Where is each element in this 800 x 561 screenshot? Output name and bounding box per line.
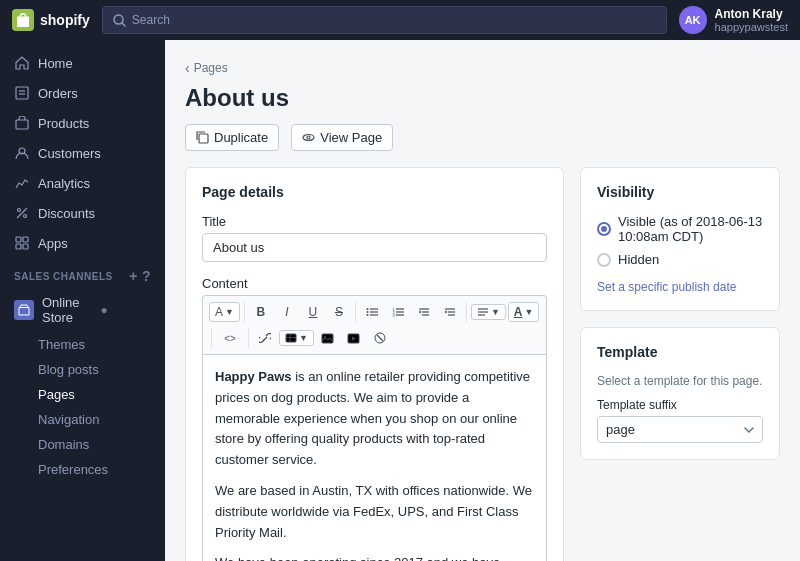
themes-label: Themes [38,337,85,352]
sidebar-item-products[interactable]: Products [0,108,165,138]
discounts-icon [14,205,30,221]
bold-button[interactable]: B [249,300,273,324]
color-dropdown[interactable]: A ▼ [508,302,540,322]
editor-content[interactable]: Happy Paws is an online retailer providi… [202,354,547,561]
main-layout: Home Orders Products [0,40,800,561]
pages-label: Pages [38,387,75,402]
template-description: Select a template for this page. [597,374,763,388]
sidebar-item-customers[interactable]: Customers [0,138,165,168]
title-field-group: Title [202,214,547,262]
svg-point-7 [18,209,21,212]
search-icon [113,14,126,27]
view-page-label: View Page [320,130,382,145]
title-input[interactable] [202,233,547,262]
strikethrough-button[interactable]: S [327,300,351,324]
sidebar-item-blog-posts[interactable]: Blog posts [0,357,165,382]
add-sales-channel-icon[interactable]: + [129,268,138,284]
sidebar-item-online-store[interactable]: Online Store ● [0,288,165,332]
sidebar-item-analytics[interactable]: Analytics [0,168,165,198]
sidebar-item-preferences[interactable]: Preferences [0,457,165,482]
sidebar-item-navigation[interactable]: Navigation [0,407,165,432]
user-menu[interactable]: AK Anton Kraly happypawstest [679,6,788,34]
svg-line-47 [377,335,383,341]
template-title: Template [597,344,763,360]
sidebar-item-label: Discounts [38,206,95,221]
page-details-title: Page details [202,184,547,200]
indent-increase-button[interactable] [438,300,462,324]
template-select[interactable]: page page.contact page.faq [597,416,763,443]
align-dropdown[interactable]: ▼ [471,304,506,320]
visible-radio-icon [597,222,611,236]
apps-icon [14,235,30,251]
breadcrumb[interactable]: ‹ Pages [185,60,780,76]
view-page-button[interactable]: View Page [291,124,393,151]
indent-decrease-button[interactable] [412,300,436,324]
image-button[interactable] [316,326,340,350]
toolbar-separator-2 [355,302,356,322]
italic-button[interactable]: I [275,300,299,324]
content-area: ‹ Pages About us Duplicate View Page [165,40,800,561]
publish-date-link[interactable]: Set a specific publish date [597,280,736,294]
info-sales-channel-icon[interactable]: ? [142,268,151,284]
domains-label: Domains [38,437,89,452]
hidden-option[interactable]: Hidden [597,252,763,267]
content-field-group: Content A ▼ B I U S [202,276,547,561]
table-dropdown[interactable]: ▼ [279,330,314,346]
svg-point-22 [366,314,368,316]
sidebar-item-orders[interactable]: Orders [0,78,165,108]
duplicate-button[interactable]: Duplicate [185,124,279,151]
svg-text:3: 3 [392,313,395,318]
sidebar-item-label: Customers [38,146,101,161]
user-initials: AK [685,14,701,26]
sidebar-item-label: Analytics [38,176,90,191]
svg-point-21 [366,311,368,313]
toolbar-separator-4 [211,328,212,348]
content-paragraph-1: Happy Paws is an online retailer providi… [215,367,534,471]
duplicate-label: Duplicate [214,130,268,145]
sidebar-item-domains[interactable]: Domains [0,432,165,457]
logo[interactable]: shopify [12,9,90,31]
svg-rect-14 [199,134,208,143]
toggle-online-store-icon[interactable]: ● [101,303,152,317]
search-bar[interactable]: Search [102,6,667,34]
template-suffix-label: Template suffix [597,398,763,412]
user-store: happypawstest [715,21,788,33]
visibility-radio-group: Visible (as of 2018-06-13 10:08am CDT) H… [597,214,763,267]
svg-point-16 [307,136,310,139]
customers-icon [14,145,30,161]
topbar: shopify Search AK Anton Kraly happypawst… [0,0,800,40]
home-icon [14,55,30,71]
sidebar-item-home[interactable]: Home [0,48,165,78]
sidebar-item-label: Apps [38,236,68,251]
analytics-icon [14,175,30,191]
sidebar-item-apps[interactable]: Apps [0,228,165,258]
remove-format-button[interactable] [368,326,392,350]
format-dropdown[interactable]: A ▼ [209,302,240,322]
sidebar-item-discounts[interactable]: Discounts [0,198,165,228]
sidebar-item-pages[interactable]: Pages [0,382,165,407]
copy-icon [196,131,209,144]
logo-text: shopify [40,12,90,28]
avatar: AK [679,6,707,34]
underline-button[interactable]: U [301,300,325,324]
shopify-logo-icon [12,9,34,31]
link-button[interactable] [253,326,277,350]
color-chevron-icon: ▼ [525,307,534,317]
preferences-label: Preferences [38,462,108,477]
side-column: Visibility Visible (as of 2018-06-13 10:… [580,167,780,561]
source-button[interactable]: <> [216,326,244,350]
visible-option[interactable]: Visible (as of 2018-06-13 10:08am CDT) [597,214,763,244]
svg-rect-2 [16,87,28,99]
unordered-list-button[interactable] [360,300,384,324]
svg-rect-13 [23,244,28,249]
search-placeholder: Search [132,13,170,27]
main-column: Page details Title Content A ▼ [185,167,564,561]
ordered-list-button[interactable]: 123 [386,300,410,324]
two-col-layout: Page details Title Content A ▼ [185,167,780,561]
svg-line-38 [263,337,267,341]
title-label: Title [202,214,547,229]
svg-point-20 [366,308,368,310]
sidebar-item-themes[interactable]: Themes [0,332,165,357]
navigation-label: Navigation [38,412,99,427]
video-button[interactable] [342,326,366,350]
